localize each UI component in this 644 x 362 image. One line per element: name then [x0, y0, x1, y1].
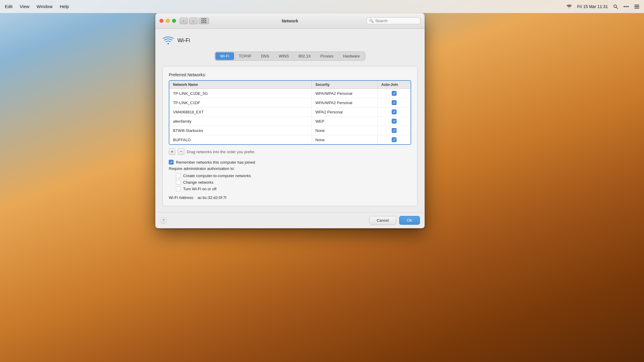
- title-bar: ‹ › Network 🔍: [155, 13, 425, 29]
- tab-wifi[interactable]: Wi-Fi: [215, 52, 234, 60]
- back-button[interactable]: ‹: [180, 18, 188, 24]
- network-autojoin-4[interactable]: ✓: [378, 126, 411, 135]
- checkmark-icon: ✓: [393, 92, 396, 95]
- menu-item-help[interactable]: Help: [60, 4, 69, 9]
- tabs-container: Wi-Fi TCP/IP DNS WINS 802.1X Proxies Har…: [162, 51, 417, 61]
- table-header: Network Name Security Auto-Join: [169, 81, 411, 89]
- autojoin-checkbox-5[interactable]: ✓: [392, 137, 397, 142]
- drag-hint-text: Drag networks into the order you prefer.: [187, 150, 255, 154]
- tab-hardware[interactable]: Hardware: [338, 52, 364, 60]
- network-autojoin-2[interactable]: ✓: [378, 107, 411, 116]
- window-title: Network: [282, 19, 298, 23]
- grid-view-button[interactable]: [199, 18, 209, 24]
- checkmark-icon: ✓: [393, 110, 396, 114]
- require-option-row-0[interactable]: Create computer-to-computer networks: [176, 173, 411, 178]
- network-name-4: BTWifi-Starbucks: [169, 126, 312, 135]
- wifi-address-value: ac:bc:32:d2:0f:7f: [198, 195, 226, 200]
- close-button[interactable]: [160, 19, 163, 23]
- table-row[interactable]: VM4068818_EXT WPA2 Personal ✓: [169, 107, 411, 117]
- search-box[interactable]: 🔍: [367, 17, 420, 24]
- column-header-security: Security: [312, 81, 378, 89]
- require-option-checkbox-1[interactable]: [176, 180, 181, 185]
- require-option-label-2: Turn Wi-Fi on or off: [183, 187, 216, 191]
- require-option-checkbox-0[interactable]: [176, 173, 181, 178]
- wifi-address-row: Wi-Fi Address: ac:bc:32:d2:0f:7f: [169, 195, 411, 200]
- network-security-1: WPA/WPA2 Personal: [312, 98, 378, 107]
- menu-bar: Edit View Window Help Fri 15 Mar 11:31 •…: [0, 0, 644, 13]
- require-option-label-0: Create computer-to-computer networks: [183, 174, 251, 178]
- require-option-row-1[interactable]: Change networks: [176, 180, 411, 185]
- table-body: TP-LINK_C1DE_5G WPA/WPA2 Personal ✓ TP-L…: [169, 89, 411, 144]
- preferred-networks-label: Preferred Networks:: [169, 72, 411, 77]
- table-row[interactable]: TP-LINK_C1DF WPA/WPA2 Personal ✓: [169, 98, 411, 107]
- checkmark-icon: ✓: [393, 119, 396, 123]
- network-preferences-window: ‹ › Network 🔍: [155, 13, 425, 228]
- remember-networks-label: Remember networks this computer has join…: [176, 160, 255, 165]
- network-name-1: TP-LINK_C1DF: [169, 98, 312, 107]
- table-row[interactable]: BTWifi-Starbucks None ✓: [169, 126, 411, 135]
- autojoin-checkbox-0[interactable]: ✓: [392, 91, 397, 96]
- cancel-button[interactable]: Cancel: [369, 216, 396, 225]
- autojoin-checkbox-2[interactable]: ✓: [392, 109, 397, 114]
- tab-wins[interactable]: WINS: [274, 52, 294, 60]
- network-security-2: WPA2 Personal: [312, 107, 378, 116]
- column-header-name: Network Name: [169, 81, 312, 89]
- section-title: Wi-Fi: [177, 37, 190, 44]
- remember-networks-checkbox[interactable]: ✓: [169, 160, 174, 165]
- checkmark-icon: ✓: [170, 160, 173, 164]
- bottom-bar: ? Cancel OK: [155, 212, 425, 228]
- require-option-row-2[interactable]: Turn Wi-Fi on or off: [176, 186, 411, 191]
- more-menu-icon[interactable]: •••: [623, 4, 629, 9]
- remove-network-button[interactable]: −: [178, 148, 184, 155]
- svg-rect-2: [634, 5, 639, 5]
- wifi-status-icon[interactable]: [566, 4, 572, 9]
- forward-button[interactable]: ›: [189, 18, 198, 24]
- network-autojoin-5[interactable]: ✓: [378, 135, 411, 144]
- remember-networks-row[interactable]: ✓ Remember networks this computer has jo…: [169, 160, 411, 165]
- table-row[interactable]: BUFFALO None ✓: [169, 135, 411, 144]
- tab-8021x[interactable]: 802.1X: [294, 52, 315, 60]
- require-option-checkbox-2[interactable]: [176, 186, 181, 191]
- spotlight-icon[interactable]: [613, 4, 618, 9]
- network-security-0: WPA/WPA2 Personal: [312, 89, 378, 98]
- tab-dns[interactable]: DNS: [256, 52, 274, 60]
- menu-bar-clock: Fri 15 Mar 11:31: [577, 4, 608, 9]
- content-area: Wi-Fi Wi-Fi TCP/IP DNS WINS 802.1X Proxi…: [155, 29, 425, 212]
- help-button[interactable]: ?: [160, 217, 167, 224]
- menu-item-edit[interactable]: Edit: [5, 4, 13, 9]
- network-name-5: BUFFALO: [169, 135, 312, 144]
- network-security-5: None: [312, 135, 378, 144]
- network-name-2: VM4068818_EXT: [169, 107, 312, 116]
- grid-icon: [201, 18, 206, 23]
- minimize-button[interactable]: [166, 19, 170, 23]
- network-security-3: WEP: [312, 117, 378, 126]
- network-autojoin-0[interactable]: ✓: [378, 89, 411, 98]
- svg-line-1: [616, 7, 618, 9]
- network-name-3: allenfamily: [169, 117, 312, 126]
- maximize-button[interactable]: [172, 19, 176, 23]
- network-autojoin-3[interactable]: ✓: [378, 117, 411, 126]
- control-center-icon[interactable]: [634, 4, 639, 9]
- autojoin-checkbox-4[interactable]: ✓: [392, 128, 397, 133]
- require-admin-label: Require administrator authorisation to:: [169, 166, 411, 171]
- menu-item-view[interactable]: View: [20, 4, 29, 9]
- table-row[interactable]: TP-LINK_C1DE_5G WPA/WPA2 Personal ✓: [169, 89, 411, 98]
- search-input[interactable]: [375, 19, 418, 23]
- tab-proxies[interactable]: Proxies: [316, 52, 338, 60]
- network-security-4: None: [312, 126, 378, 135]
- add-remove-row: + − Drag networks into the order you pre…: [169, 148, 411, 155]
- add-network-button[interactable]: +: [169, 148, 175, 155]
- table-row[interactable]: allenfamily WEP ✓: [169, 117, 411, 126]
- autojoin-checkbox-3[interactable]: ✓: [392, 119, 397, 124]
- checkmark-icon: ✓: [393, 101, 396, 105]
- menu-item-window[interactable]: Window: [37, 4, 52, 9]
- checkmark-icon: ✓: [393, 138, 396, 142]
- search-icon: 🔍: [369, 19, 374, 23]
- autojoin-checkbox-1[interactable]: ✓: [392, 100, 397, 105]
- column-header-autojoin: Auto-Join: [378, 81, 411, 89]
- ok-button[interactable]: OK: [399, 216, 420, 225]
- network-autojoin-1[interactable]: ✓: [378, 98, 411, 107]
- svg-point-5: [168, 43, 169, 45]
- tab-tcpip[interactable]: TCP/IP: [234, 52, 256, 60]
- wifi-panel: Preferred Networks: Network Name Securit…: [162, 66, 417, 206]
